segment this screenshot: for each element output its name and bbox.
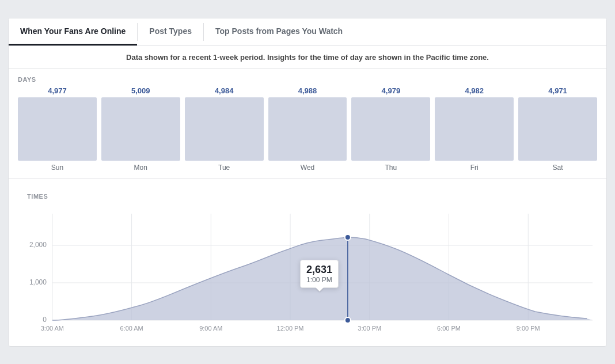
day-bar: [518, 97, 597, 161]
svg-text:12:00 PM: 12:00 PM: [277, 324, 304, 331]
days-section-label: DAYS: [9, 69, 606, 86]
day-name: Wed: [301, 164, 314, 172]
day-col-fri: 4,982Fri: [435, 86, 514, 172]
day-col-thu: 4,979Thu: [351, 86, 430, 172]
day-value: 4,988: [298, 86, 317, 95]
day-name: Tue: [218, 164, 230, 172]
tab-post-types[interactable]: Post Types: [138, 18, 203, 46]
day-col-sun: 4,977Sun: [18, 86, 97, 172]
day-value: 5,009: [131, 86, 150, 95]
times-chart: 0 1,000 2,000 3:00 AM 6:00 AM 9:00 AM 12…: [18, 208, 597, 340]
svg-text:3:00 AM: 3:00 AM: [41, 324, 64, 331]
days-grid: 4,977Sun5,009Mon4,984Tue4,988Wed4,979Thu…: [9, 86, 606, 179]
day-col-sat: 4,971Sat: [518, 86, 597, 172]
svg-text:3:00 PM: 3:00 PM: [358, 324, 381, 331]
day-bar: [18, 97, 97, 161]
svg-point-15: [345, 317, 351, 323]
day-col-tue: 4,984Tue: [185, 86, 264, 172]
day-name: Sun: [51, 164, 63, 172]
day-value: 4,971: [548, 86, 567, 95]
day-col-mon: 5,009Mon: [101, 86, 180, 172]
day-name: Sat: [553, 164, 563, 172]
info-bar: Data shown for a recent 1-week period. I…: [9, 46, 606, 69]
times-section: TIMES 0 1,000 2,000: [9, 179, 606, 346]
svg-text:0: 0: [43, 315, 47, 323]
day-bar: [185, 97, 264, 161]
svg-text:6:00 PM: 6:00 PM: [437, 324, 461, 331]
info-text: Data shown for a recent 1-week period. I…: [126, 53, 489, 62]
day-name: Mon: [134, 164, 147, 172]
tab-fans-online[interactable]: When Your Fans Are Online: [9, 18, 137, 46]
tab-top-posts[interactable]: Top Posts from Pages You Watch: [204, 18, 354, 46]
svg-text:6:00 AM: 6:00 AM: [120, 324, 143, 331]
day-bar: [351, 97, 430, 161]
day-bar: [101, 97, 180, 161]
tab-bar: When Your Fans Are Online Post Types Top…: [9, 18, 606, 46]
svg-text:9:00 AM: 9:00 AM: [199, 324, 222, 331]
day-name: Fri: [470, 164, 479, 172]
day-value: 4,982: [465, 86, 484, 95]
svg-text:2,000: 2,000: [29, 240, 47, 248]
chart-area: 0 1,000 2,000 3:00 AM 6:00 AM 9:00 AM 12…: [18, 208, 597, 340]
day-value: 4,977: [48, 86, 67, 95]
svg-point-14: [345, 234, 351, 240]
day-name: Thu: [385, 164, 397, 172]
svg-text:9:00 PM: 9:00 PM: [517, 324, 540, 331]
day-col-wed: 4,988Wed: [268, 86, 347, 172]
main-card: When Your Fans Are Online Post Types Top…: [8, 18, 607, 347]
times-section-label: TIMES: [18, 186, 597, 203]
day-bar: [435, 97, 514, 161]
day-value: 4,979: [382, 86, 401, 95]
day-bar: [268, 97, 347, 161]
day-value: 4,984: [215, 86, 234, 95]
svg-text:1,000: 1,000: [29, 278, 47, 286]
